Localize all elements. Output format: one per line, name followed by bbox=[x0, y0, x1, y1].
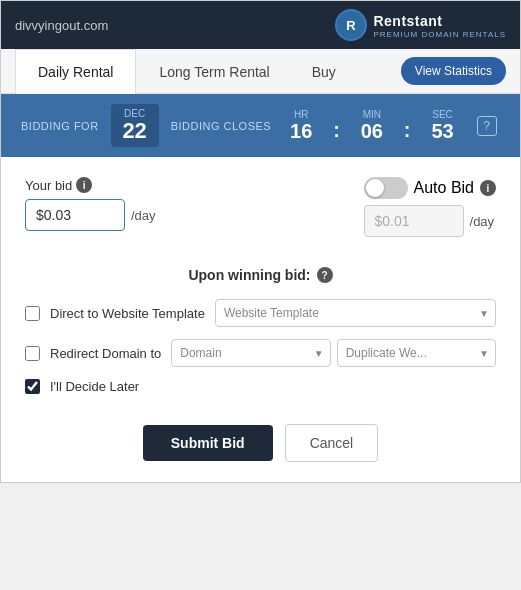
decide-later-row: I'll Decide Later bbox=[25, 379, 496, 394]
auto-bid-label-row: Auto Bid i bbox=[364, 177, 496, 199]
your-bid-label: Your bid i bbox=[25, 177, 156, 193]
bidding-closes-label: BIDDING CLOSES bbox=[171, 120, 272, 132]
website-template-select-wrapper: Website Template ▼ bbox=[215, 299, 496, 327]
cancel-button[interactable]: Cancel bbox=[285, 424, 379, 462]
bid-fields-row: Your bid i /day Auto Bid i bbox=[25, 177, 496, 237]
duplicate-select[interactable]: Duplicate We... bbox=[337, 339, 496, 367]
winning-bid-title: Upon winning bid: ? bbox=[25, 267, 496, 283]
bidding-bar: BIDDING FOR DEC 22 BIDDING CLOSES HR 16 … bbox=[1, 94, 520, 157]
logo-icon: R bbox=[335, 9, 367, 41]
winning-bid-section: Upon winning bid: ? Direct to Website Te… bbox=[1, 257, 520, 410]
auto-bid-input-row: /day bbox=[364, 205, 496, 237]
min-val: 06 bbox=[354, 120, 390, 142]
time-sep-2: : bbox=[404, 109, 411, 142]
bid-day: 22 bbox=[121, 119, 149, 143]
sec-val: 53 bbox=[425, 120, 461, 142]
svg-text:R: R bbox=[347, 18, 357, 33]
decide-later-checkbox[interactable] bbox=[25, 379, 40, 394]
double-select-group: Domain ▼ Duplicate We... ▼ bbox=[171, 339, 496, 367]
redirect-domain-label: Redirect Domain to bbox=[50, 346, 161, 361]
auto-bid-group: Auto Bid i /day bbox=[364, 177, 496, 237]
hr-label: HR bbox=[283, 109, 319, 120]
tab-buy[interactable]: Buy bbox=[293, 49, 355, 94]
time-hr: HR 16 bbox=[283, 109, 319, 142]
logo-area: R Rentstant PREMIUM DOMAIN RENTALS bbox=[335, 9, 506, 41]
hr-val: 16 bbox=[283, 120, 319, 142]
decide-later-label: I'll Decide Later bbox=[50, 379, 139, 394]
bid-date-box: DEC 22 bbox=[111, 104, 159, 147]
time-sec: SEC 53 bbox=[425, 109, 461, 142]
winning-bid-info-icon[interactable]: ? bbox=[317, 267, 333, 283]
your-bid-input[interactable] bbox=[25, 199, 125, 231]
auto-bid-label: Auto Bid bbox=[414, 179, 474, 197]
bidding-for-label: BIDDING FOR bbox=[21, 120, 99, 132]
time-sep-1: : bbox=[333, 109, 340, 142]
submit-bid-button[interactable]: Submit Bid bbox=[143, 425, 273, 461]
tab-bar: Daily Rental Long Term Rental Buy View S… bbox=[1, 49, 520, 94]
tab-long-term-rental[interactable]: Long Term Rental bbox=[136, 49, 292, 94]
domain-name: divvyingout.com bbox=[15, 18, 108, 33]
option-row-website-template: Direct to Website Template Website Templ… bbox=[25, 299, 496, 327]
website-template-label: Direct to Website Template bbox=[50, 306, 205, 321]
website-template-select[interactable]: Website Template bbox=[215, 299, 496, 327]
your-bid-group: Your bid i /day bbox=[25, 177, 156, 231]
option-row-redirect-domain: Redirect Domain to Domain ▼ Duplicate We… bbox=[25, 339, 496, 367]
auto-bid-toggle[interactable] bbox=[364, 177, 408, 199]
duplicate-select-wrapper: Duplicate We... ▼ bbox=[337, 339, 496, 367]
domain-select-wrapper: Domain ▼ bbox=[171, 339, 330, 367]
domain-select[interactable]: Domain bbox=[171, 339, 330, 367]
toggle-slider bbox=[364, 177, 408, 199]
main-window: divvyingout.com R Rentstant PREMIUM DOMA… bbox=[0, 0, 521, 483]
tab-daily-rental[interactable]: Daily Rental bbox=[15, 49, 136, 94]
logo-subtitle: PREMIUM DOMAIN RENTALS bbox=[373, 30, 506, 39]
actions-bar: Submit Bid Cancel bbox=[1, 410, 520, 482]
redirect-domain-checkbox[interactable] bbox=[25, 346, 40, 361]
auto-bid-per-day: /day bbox=[470, 214, 495, 229]
auto-bid-info-icon[interactable]: i bbox=[480, 180, 496, 196]
your-bid-info-icon[interactable]: i bbox=[76, 177, 92, 193]
view-statistics-button[interactable]: View Statistics bbox=[401, 57, 506, 85]
auto-bid-input[interactable] bbox=[364, 205, 464, 237]
website-template-checkbox[interactable] bbox=[25, 306, 40, 321]
min-label: MIN bbox=[354, 109, 390, 120]
your-bid-per-day: /day bbox=[131, 208, 156, 223]
logo-text-block: Rentstant PREMIUM DOMAIN RENTALS bbox=[373, 12, 506, 39]
sec-label: SEC bbox=[425, 109, 461, 120]
your-bid-input-row: /day bbox=[25, 199, 156, 231]
time-min: MIN 06 bbox=[354, 109, 390, 142]
logo-name: Rentstant bbox=[373, 13, 442, 29]
bid-form: Your bid i /day Auto Bid i bbox=[1, 157, 520, 257]
top-bar: divvyingout.com R Rentstant PREMIUM DOMA… bbox=[1, 1, 520, 49]
help-icon[interactable]: ? bbox=[477, 116, 497, 136]
